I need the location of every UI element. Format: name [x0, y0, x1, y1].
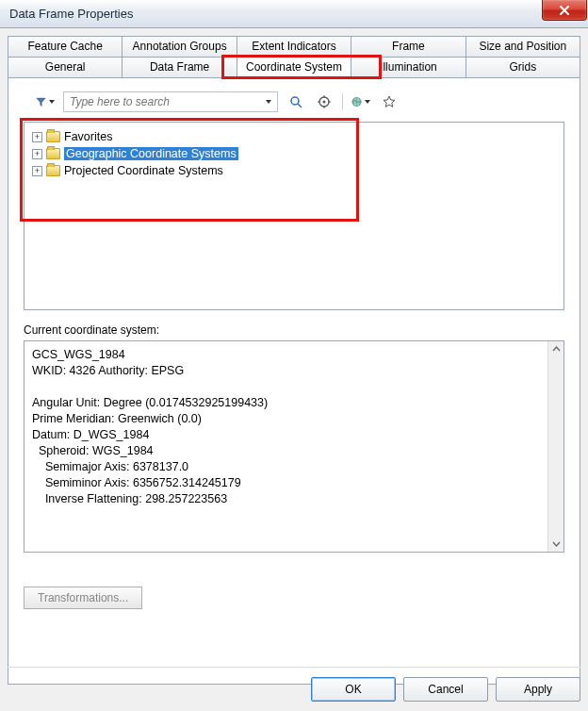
- tab-data-frame[interactable]: Data Frame: [122, 57, 237, 78]
- tab-annotation-groups[interactable]: Annotation Groups: [122, 36, 237, 58]
- tree-item-label: Geographic Coordinate Systems: [64, 147, 238, 160]
- dialog-footer: OK Cancel Apply: [311, 677, 580, 702]
- tree-item-projected[interactable]: + Projected Coordinate Systems: [28, 162, 560, 179]
- cancel-button[interactable]: Cancel: [403, 677, 488, 702]
- tab-row-2: General Data Frame Coordinate System Ill…: [8, 57, 580, 78]
- globe-icon: [351, 95, 362, 108]
- tree-item-label: Favorites: [64, 130, 112, 143]
- search-input[interactable]: [64, 95, 265, 108]
- tab-page-coordinate-system: + Favorites + Geographic Coordinate Syst…: [8, 78, 580, 685]
- expander-icon[interactable]: +: [32, 149, 42, 159]
- transformations-button[interactable]: Transformations...: [24, 587, 142, 609]
- footer-separator: [8, 667, 580, 668]
- ok-button[interactable]: OK: [311, 677, 396, 702]
- apply-button[interactable]: Apply: [496, 677, 580, 702]
- folder-icon: [46, 131, 60, 142]
- svg-line-1: [298, 104, 302, 107]
- chevron-down-icon: [552, 539, 561, 548]
- tree-item-label: Projected Coordinate Systems: [64, 164, 223, 177]
- expander-icon[interactable]: +: [32, 166, 42, 176]
- window-title: Data Frame Properties: [9, 7, 134, 21]
- close-icon: [559, 5, 570, 16]
- svg-point-0: [291, 97, 299, 105]
- tabstrip: Feature Cache Annotation Groups Extent I…: [8, 36, 580, 78]
- tree-wrap: + Favorites + Geographic Coordinate Syst…: [24, 122, 564, 310]
- favorite-button[interactable]: [379, 91, 400, 112]
- tree-item-favorites[interactable]: + Favorites: [28, 128, 560, 145]
- toolbar-separator: [342, 93, 343, 110]
- titlebar: Data Frame Properties: [0, 0, 588, 28]
- filter-icon: [36, 95, 46, 108]
- chevron-up-icon: [552, 345, 561, 354]
- tab-coordinate-system[interactable]: Coordinate System: [237, 57, 351, 78]
- current-cs-box: GCS_WGS_1984 WKID: 4326 Authority: EPSG …: [24, 340, 564, 553]
- tab-row-1: Feature Cache Annotation Groups Extent I…: [8, 36, 580, 58]
- scroll-down-button[interactable]: [548, 536, 564, 552]
- svg-point-3: [323, 101, 326, 104]
- star-icon: [383, 95, 396, 108]
- locate-icon: [318, 95, 331, 108]
- chevron-down-icon[interactable]: [266, 100, 271, 104]
- search-button[interactable]: [286, 91, 306, 112]
- current-cs-heading: Current coordinate system:: [24, 323, 564, 337]
- chevron-down-icon: [365, 100, 370, 104]
- expander-icon[interactable]: +: [32, 132, 42, 142]
- folder-icon: [46, 148, 60, 159]
- globe-button[interactable]: [351, 91, 371, 112]
- scroll-track[interactable]: [548, 357, 564, 536]
- tab-size-and-position[interactable]: Size and Position: [466, 36, 580, 58]
- tab-general[interactable]: General: [8, 57, 122, 78]
- chevron-down-icon: [49, 100, 55, 104]
- tab-frame[interactable]: Frame: [351, 36, 466, 58]
- folder-icon: [46, 165, 60, 176]
- vertical-scrollbar[interactable]: [547, 341, 564, 552]
- close-button[interactable]: [542, 0, 587, 21]
- tree-item-geographic[interactable]: + Geographic Coordinate Systems: [28, 145, 560, 162]
- toolbar: [35, 91, 564, 112]
- coordinate-tree[interactable]: + Favorites + Geographic Coordinate Syst…: [24, 122, 564, 310]
- tab-illumination[interactable]: Illumination: [351, 57, 466, 78]
- search-icon: [289, 95, 302, 108]
- tab-grids[interactable]: Grids: [466, 57, 580, 78]
- filter-button[interactable]: [35, 91, 56, 112]
- scroll-up-button[interactable]: [548, 341, 564, 357]
- locate-button[interactable]: [314, 91, 335, 112]
- search-input-wrap: [63, 91, 278, 112]
- tab-feature-cache[interactable]: Feature Cache: [8, 36, 122, 58]
- tab-extent-indicators[interactable]: Extent Indicators: [237, 36, 351, 58]
